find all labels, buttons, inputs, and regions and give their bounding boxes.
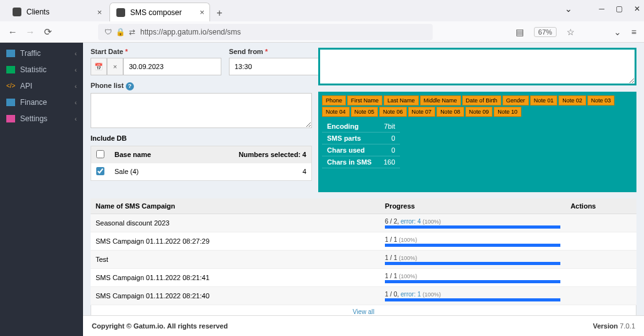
browser-tab-sms-composer[interactable]: SMS composer ×	[109, 3, 210, 21]
placeholder-tag[interactable]: Note 09	[465, 107, 493, 117]
sidebar-item-settings[interactable]: Settings ‹	[0, 111, 83, 127]
tab-close-icon[interactable]: ×	[97, 8, 102, 17]
menu-icon[interactable]: ≡	[631, 27, 636, 37]
placeholder-tags: PhoneFirst NameLast NameMiddle NameDate …	[322, 95, 633, 117]
chevron-down-icon[interactable]: ⌄	[565, 4, 572, 14]
campaign-name: Test	[91, 251, 380, 269]
placeholder-tag[interactable]: Note 08	[436, 107, 464, 117]
bookmark-icon[interactable]: ☆	[567, 27, 575, 37]
placeholder-tag[interactable]: Note 06	[379, 107, 407, 117]
traffic-icon	[6, 50, 15, 57]
db-header-selected: Numbers selected: 4	[185, 146, 311, 163]
campaign-progress: 1 / 1 (100%)	[380, 269, 565, 287]
zoom-level[interactable]: 67%	[534, 27, 557, 37]
tab-favicon	[13, 8, 21, 16]
placeholder-tag[interactable]: Last Name	[384, 95, 419, 106]
shield-icon[interactable]: 🛡	[104, 28, 112, 36]
sidebar-item-statistic[interactable]: Statistic ‹	[0, 62, 83, 78]
back-button[interactable]: ←	[8, 26, 18, 37]
campaign-name: SMS Campaign 01.11.2022 08:21:40	[91, 287, 380, 305]
campaign-progress: 1 / 1 (100%)	[380, 251, 565, 269]
campaign-progress: 6 / 2, error: 4 (100%)	[380, 214, 565, 232]
placeholder-tag[interactable]: Gender	[502, 95, 529, 106]
campaign-name: Seasonal discount 2023	[91, 214, 380, 232]
col-name: Name of SMS Campaign	[91, 198, 380, 214]
new-tab-button[interactable]: +	[211, 5, 228, 21]
phone-list-label: Phone list ?	[91, 82, 312, 90]
placeholder-tag[interactable]: Note 07	[408, 107, 436, 117]
campaign-row: SMS Campaign 01.11.2022 08:27:29 1 / 1 (…	[91, 232, 636, 251]
placeholder-tag[interactable]: Note 10	[494, 107, 521, 117]
page-footer: Copyright © Gatum.io. All rights reserve…	[83, 315, 644, 336]
help-icon[interactable]: ?	[126, 82, 134, 90]
tab-title: Clients	[26, 8, 50, 16]
lock-icon[interactable]: 🔒	[116, 28, 125, 36]
placeholder-tag[interactable]: Note 02	[558, 95, 586, 106]
include-db-label: Include DB	[91, 134, 312, 142]
campaign-actions	[565, 214, 636, 232]
campaigns-table: Name of SMS Campaign Progress Actions Se…	[91, 198, 636, 305]
placeholder-tag[interactable]: Note 03	[587, 95, 615, 106]
sidebar-label: API	[20, 82, 32, 90]
col-actions: Actions	[565, 198, 636, 214]
db-select-all-checkbox[interactable]	[96, 150, 104, 158]
send-from-input[interactable]	[229, 58, 327, 75]
db-row-checkbox[interactable]	[96, 167, 104, 175]
window-controls: ⌄ ─ ▢ ✕	[565, 4, 640, 14]
pocket-icon[interactable]: ⌄	[614, 27, 621, 37]
placeholder-tag[interactable]: Phone	[322, 95, 346, 106]
sidebar-label: Settings	[20, 114, 47, 123]
copyright-text: Copyright © Gatum.io. All rights reserve…	[92, 322, 228, 330]
campaign-actions	[565, 269, 636, 287]
sidebar-item-api[interactable]: </>API ‹	[0, 78, 83, 94]
calendar-icon[interactable]: 📅	[91, 58, 107, 75]
campaign-progress: 1 / 0, error: 1 (100%)	[380, 287, 565, 305]
campaign-name: SMS Campaign 01.11.2022 08:27:29	[91, 232, 380, 251]
minimize-icon[interactable]: ─	[599, 4, 604, 13]
chevron-left-icon: ‹	[75, 116, 77, 122]
placeholder-tag[interactable]: Note 05	[351, 107, 379, 117]
view-all-link[interactable]: View all	[91, 305, 636, 315]
url-text: https://app.gatum.io/send/sms	[140, 28, 241, 36]
placeholder-tag[interactable]: Date of Birth	[462, 95, 501, 106]
message-textarea[interactable]	[318, 48, 636, 85]
used-value: 0	[379, 144, 400, 156]
settings-icon	[6, 115, 15, 122]
message-panel: PhoneFirst NameLast NameMiddle NameDate …	[318, 48, 636, 192]
placeholder-tag[interactable]: Note 04	[322, 107, 350, 117]
close-window-icon[interactable]: ✕	[634, 4, 640, 13]
address-bar[interactable]: 🛡 🔒 ⇄ https://app.gatum.io/send/sms	[98, 24, 433, 40]
forward-button[interactable]: →	[25, 26, 35, 37]
browser-tab-clients[interactable]: Clients ×	[6, 3, 107, 21]
start-date-input[interactable]	[123, 58, 221, 75]
api-icon: </>	[6, 82, 15, 90]
sidebar-item-traffic[interactable]: Traffic ‹	[0, 45, 83, 62]
parts-value: 0	[379, 133, 400, 144]
sidebar-item-finance[interactable]: Finance ‹	[0, 94, 83, 111]
encoding-value: 7bit	[379, 121, 400, 133]
campaign-row: SMS Campaign 01.11.2022 08:21:40 1 / 0, …	[91, 287, 636, 305]
chevron-left-icon: ‹	[75, 67, 77, 73]
parts-label: SMS parts	[322, 133, 379, 144]
browser-toolbar: ← → ⟳ 🛡 🔒 ⇄ https://app.gatum.io/send/sm…	[0, 21, 644, 43]
placeholder-tag[interactable]: Middle Name	[420, 95, 461, 106]
sidebar-label: Finance	[20, 98, 47, 107]
message-info-panel: PhoneFirst NameLast NameMiddle NameDate …	[318, 92, 636, 192]
reader-icon[interactable]: ▤	[516, 27, 524, 37]
db-row-name: Sale (4)	[109, 163, 185, 181]
maximize-icon[interactable]: ▢	[616, 4, 623, 13]
permissions-icon[interactable]: ⇄	[129, 28, 135, 36]
schedule-panel: Start Date * 📅 × Send from * 🕐	[91, 48, 312, 192]
campaign-actions	[565, 251, 636, 269]
placeholder-tag[interactable]: Note 01	[530, 95, 558, 106]
campaign-row: Test 1 / 1 (100%)	[91, 251, 636, 269]
statistic-icon	[6, 66, 15, 73]
phone-list-textarea[interactable]	[91, 93, 312, 128]
reload-button[interactable]: ⟳	[43, 26, 53, 38]
chars-label: Chars in SMS	[322, 156, 379, 168]
campaign-row: Seasonal discount 2023 6 / 2, error: 4 (…	[91, 214, 636, 232]
tab-close-icon[interactable]: ×	[199, 8, 204, 17]
tab-title: SMS composer	[130, 8, 182, 17]
placeholder-tag[interactable]: First Name	[347, 95, 382, 106]
clear-date-icon[interactable]: ×	[107, 58, 123, 75]
